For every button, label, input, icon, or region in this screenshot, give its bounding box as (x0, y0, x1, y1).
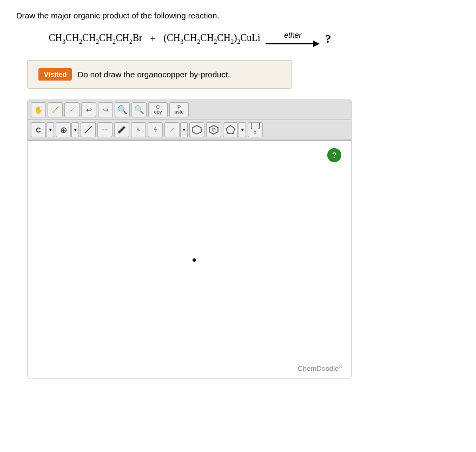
pentagon-group: ▾ (223, 122, 246, 137)
single-bond-button[interactable] (81, 122, 96, 137)
toolbar-top: ✋ 🧹 ⟋ ↩ ↪ 🔍 🔍 (28, 100, 351, 120)
reactant1: CH3CH2CH2CH2CH2Br (49, 32, 142, 46)
arrow-line (266, 41, 320, 47)
zoom-out-icon: 🔍 (134, 105, 144, 115)
question-text: Draw the major organic product of the fo… (16, 11, 460, 20)
toolbar-bottom: C ▾ ⊕ ▾ ┅┅ (28, 120, 351, 140)
copy-button[interactable]: C opy (148, 102, 168, 117)
undo-icon: ↩ (86, 106, 92, 114)
reactant2: (CH3CH2CH2CH2)2CuLi (163, 32, 260, 46)
page-container: Draw the major organic product of the fo… (0, 0, 476, 389)
svg-marker-1 (209, 125, 218, 134)
svg-point-2 (212, 128, 215, 131)
double-bond-button[interactable]: // (131, 122, 146, 137)
reaction-row: CH3CH2CH2CH2CH2Br + (CH3CH2CH2CH2)2CuLi … (16, 31, 460, 47)
add-atom-button[interactable]: ⊕ (56, 122, 71, 137)
redo-icon: ↪ (103, 106, 109, 114)
svg-marker-3 (226, 125, 235, 134)
canvas-area[interactable]: ? ChemDoodle® (28, 140, 351, 378)
help-button[interactable]: ? (327, 148, 341, 162)
charge-bracket-icon: [ ]± (248, 122, 262, 138)
double-bond-icon: // (136, 127, 141, 132)
hexagon-icon (192, 125, 202, 135)
add-atom-icon: ⊕ (60, 125, 67, 135)
product-question-mark: ? (325, 32, 331, 46)
triple-bond-icon: /// (153, 127, 158, 132)
svg-marker-0 (193, 125, 201, 134)
reaction-arrow: ether (266, 31, 320, 47)
hand-tool-button[interactable]: ✋ (31, 102, 46, 117)
pentagon-button[interactable] (223, 122, 238, 137)
copy-label-bottom: opy (154, 110, 162, 115)
paste-button[interactable]: P aste (169, 102, 189, 117)
hint-text: Do not draw the organocopper by-product. (77, 70, 230, 79)
hint-box: Visited Do not draw the organocopper by-… (27, 60, 292, 89)
lasso-tool-button[interactable]: ⟋ (64, 102, 80, 117)
plus-sign: + (148, 34, 158, 45)
wavy-bond-button[interactable]: 〰 (164, 122, 180, 137)
c-atom-dropdown[interactable]: ▾ (47, 122, 54, 137)
arrow-shaft (266, 43, 313, 44)
bold-bond-icon (118, 126, 125, 134)
arrow-head (313, 41, 320, 47)
undo-button[interactable]: ↩ (81, 102, 96, 117)
redo-button[interactable]: ↪ (98, 102, 113, 117)
hexagon-partial-icon (209, 125, 219, 135)
dashed-bond-button[interactable]: ┅┅ (97, 122, 113, 137)
chemdoodle-watermark: ChemDoodle® (298, 364, 342, 373)
dashed-bond-icon: ┅┅ (102, 128, 108, 132)
zoom-in-icon: 🔍 (117, 105, 128, 115)
solvent-label: ether (284, 31, 301, 39)
single-bond-icon (84, 126, 92, 134)
wavy-bond-dropdown[interactable]: ▾ (180, 122, 188, 137)
add-atom-group: ⊕ ▾ (56, 122, 79, 137)
add-atom-dropdown[interactable]: ▾ (71, 122, 79, 137)
zoom-in-button[interactable]: 🔍 (115, 102, 130, 117)
charge-bracket-button[interactable]: [ ]± (248, 122, 263, 137)
lasso-icon: ⟋ (68, 105, 76, 114)
hand-icon: ✋ (34, 106, 43, 114)
help-icon: ? (332, 151, 337, 159)
c-atom-button[interactable]: C (31, 122, 46, 137)
pentagon-icon (226, 125, 235, 135)
canvas-dot (193, 258, 196, 262)
triple-bond-button[interactable]: /// (148, 122, 163, 137)
pentagon-dropdown[interactable]: ▾ (239, 122, 246, 137)
rubber-icon: 🧹 (51, 107, 59, 114)
wavy-bond-group: 〰 ▾ (164, 122, 188, 137)
visited-badge: Visited (38, 68, 72, 81)
paste-label-bottom: aste (174, 110, 183, 115)
zoom-out-button[interactable]: 🔍 (131, 102, 147, 117)
rubber-tool-button[interactable]: 🧹 (48, 102, 63, 117)
hexagon-button[interactable] (189, 122, 204, 137)
chemdoodle-wrapper: ✋ 🧹 ⟋ ↩ ↪ 🔍 🔍 (27, 99, 352, 378)
c-atom-group: C ▾ (31, 122, 54, 137)
hexagon-partial-button[interactable] (206, 122, 221, 137)
c-atom-label: C (36, 126, 41, 134)
bold-bond-button[interactable] (114, 122, 129, 137)
wavy-bond-icon: 〰 (168, 126, 176, 134)
